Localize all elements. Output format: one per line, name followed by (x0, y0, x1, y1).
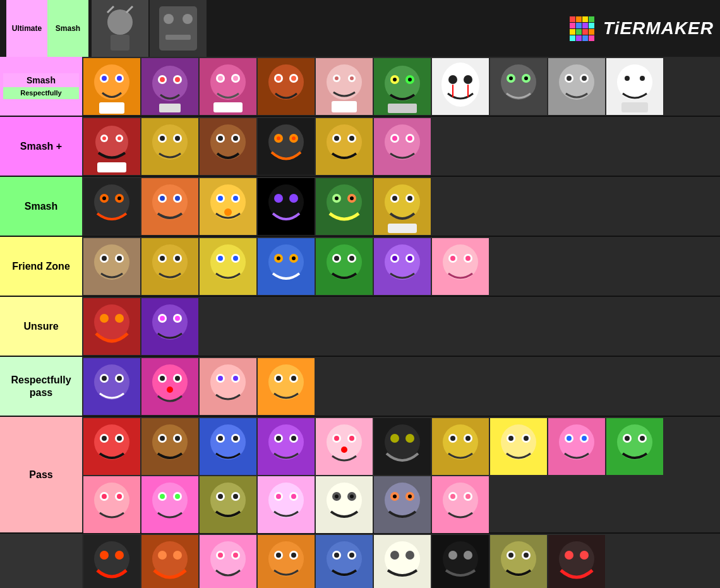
char-bottom7 (432, 535, 489, 588)
svg-point-90 (210, 124, 246, 160)
char-pass1 (83, 418, 140, 475)
char-pass10 (606, 418, 663, 475)
svg-point-356 (405, 551, 414, 560)
char-toy-chica2 (200, 238, 256, 295)
svg-point-202 (94, 364, 129, 400)
tier-list-container: Ultimate Smash (0, 0, 720, 588)
svg-point-29 (233, 76, 238, 81)
svg-point-359 (448, 551, 457, 560)
svg-point-218 (218, 376, 223, 381)
svg-point-336 (210, 541, 246, 577)
svg-point-224 (276, 376, 281, 381)
svg-point-177 (334, 256, 339, 261)
svg-point-11 (94, 64, 129, 100)
svg-point-153 (102, 256, 107, 261)
svg-point-302 (233, 494, 238, 499)
char-purple4 (83, 358, 140, 415)
svg-rect-148 (388, 224, 417, 233)
svg-point-35 (276, 76, 281, 81)
char-bottom2 (141, 535, 198, 588)
char-nightmare2 (83, 298, 140, 355)
svg-point-265 (450, 436, 455, 441)
header-left: Ultimate Smash (6, 0, 207, 57)
char-bottom1 (83, 535, 140, 588)
svg-point-159 (160, 256, 165, 261)
char-clown (141, 358, 198, 415)
svg-point-131 (224, 208, 232, 216)
char-bonnie (141, 58, 198, 115)
svg-point-189 (450, 256, 455, 261)
tier-content-pass (82, 417, 720, 532)
header-char-2 (150, 0, 207, 57)
char-chica (83, 58, 140, 115)
char-bottom3 (200, 535, 256, 588)
svg-point-106 (349, 136, 354, 141)
char-purple2 (374, 238, 431, 295)
tier-row-resp-pass: Respectfully pass (0, 357, 720, 417)
svg-point-67 (567, 76, 572, 81)
svg-point-278 (582, 436, 587, 441)
svg-point-178 (349, 256, 354, 261)
char-bottom8 (490, 535, 547, 588)
tier-label-smash-plus: Smash + (0, 117, 82, 176)
char-marionette (432, 58, 489, 115)
svg-point-360 (464, 551, 472, 560)
header-col1-label: Ultimate (6, 0, 47, 57)
svg-point-212 (175, 376, 180, 381)
svg-point-140 (335, 196, 339, 200)
tier-row-friend: Friend Zone (0, 237, 720, 297)
tier-row-smash: Smash (0, 177, 720, 237)
char-baby (200, 358, 256, 415)
svg-point-124 (175, 196, 180, 201)
svg-point-32 (268, 64, 304, 100)
tier-row-pass: Pass (0, 417, 720, 534)
char-pass15 (316, 476, 373, 533)
svg-point-340 (233, 553, 238, 558)
svg-point-1 (107, 9, 133, 35)
svg-point-7 (164, 14, 174, 24)
svg-point-53 (448, 75, 457, 84)
char-nightmare (258, 118, 315, 175)
svg-point-183 (392, 256, 397, 261)
svg-point-180 (385, 244, 420, 280)
svg-point-199 (160, 316, 165, 321)
tier-content-bottom (82, 534, 720, 588)
svg-point-190 (465, 256, 471, 261)
char-pass8 (490, 418, 547, 475)
char-bear2 (200, 118, 256, 175)
svg-point-295 (160, 494, 165, 499)
svg-point-346 (291, 553, 296, 558)
svg-point-254 (334, 436, 339, 441)
svg-point-215 (210, 364, 246, 400)
char-shadow (258, 178, 315, 235)
char-pass3 (200, 418, 256, 475)
svg-point-334 (173, 551, 182, 560)
svg-point-225 (291, 376, 296, 381)
char-pass5 (316, 418, 373, 475)
char-bottom6 (374, 535, 431, 588)
svg-point-307 (276, 494, 281, 499)
svg-point-366 (524, 553, 529, 558)
char-bottom4 (258, 535, 315, 588)
svg-point-172 (292, 256, 296, 260)
svg-point-243 (233, 436, 238, 441)
char-pass2 (141, 418, 198, 475)
svg-rect-2 (111, 35, 129, 51)
svg-point-221 (268, 364, 304, 400)
char-pass17 (432, 476, 489, 533)
svg-point-165 (218, 256, 223, 261)
tier-content-unsure (82, 297, 720, 356)
svg-point-25 (210, 64, 246, 100)
svg-point-231 (117, 436, 122, 441)
svg-point-345 (276, 553, 281, 558)
tier-content-resp-pass (82, 357, 720, 416)
svg-point-330 (115, 551, 124, 560)
svg-point-205 (102, 376, 107, 381)
svg-point-52 (441, 63, 479, 107)
char-funtime-foxy (316, 58, 373, 115)
svg-point-62 (524, 76, 528, 80)
char-pass11 (83, 476, 140, 533)
svg-point-146 (392, 196, 397, 201)
char-freddy (141, 118, 198, 175)
svg-point-283 (625, 436, 630, 441)
